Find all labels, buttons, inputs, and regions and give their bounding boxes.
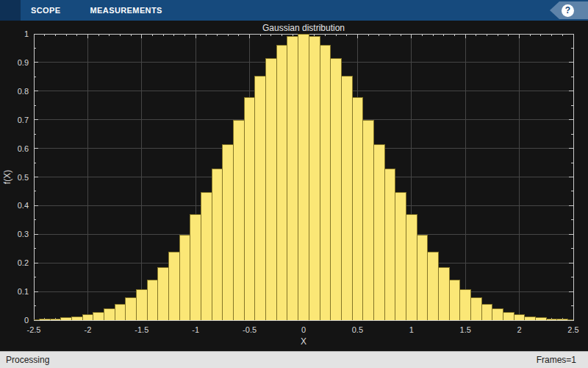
svg-text:0.9: 0.9 bbox=[18, 58, 29, 67]
bar bbox=[255, 77, 266, 320]
bar bbox=[406, 215, 417, 320]
bar bbox=[223, 145, 234, 320]
bar bbox=[212, 169, 223, 320]
bar bbox=[201, 193, 212, 320]
bar bbox=[341, 77, 352, 320]
bar bbox=[234, 121, 245, 320]
scope-window: SCOPE MEASUREMENTS ? Gaussian distributi… bbox=[0, 0, 588, 368]
status-frames: Frames=1 bbox=[537, 355, 576, 365]
bar bbox=[158, 267, 169, 320]
svg-text:0: 0 bbox=[24, 316, 29, 325]
y-axis-label: f(X) bbox=[2, 170, 12, 184]
bar bbox=[115, 304, 126, 320]
bar bbox=[373, 145, 384, 320]
bar bbox=[244, 97, 255, 320]
bar bbox=[169, 252, 180, 320]
bar bbox=[546, 319, 557, 320]
bar bbox=[309, 37, 320, 320]
bar bbox=[82, 315, 93, 320]
tab-scope[interactable]: SCOPE bbox=[21, 0, 71, 21]
svg-text:0.7: 0.7 bbox=[18, 116, 29, 124]
svg-text:0.4: 0.4 bbox=[18, 201, 29, 210]
bar bbox=[557, 319, 568, 320]
svg-text:0.5: 0.5 bbox=[18, 173, 29, 182]
chart-title: Gaussian distribution bbox=[262, 23, 345, 33]
svg-text:2: 2 bbox=[517, 325, 522, 334]
svg-text:0.6: 0.6 bbox=[18, 144, 29, 153]
svg-text:0.2: 0.2 bbox=[18, 258, 29, 267]
tab-measurements[interactable]: MEASUREMENTS bbox=[80, 0, 173, 21]
bar bbox=[276, 45, 287, 320]
bar bbox=[460, 290, 471, 320]
bar bbox=[384, 169, 395, 320]
bar bbox=[525, 316, 536, 320]
bar bbox=[449, 280, 460, 320]
bar bbox=[71, 316, 82, 320]
plot-region: Gaussian distribution-2.5-2-1.5-1-0.500.… bbox=[0, 21, 588, 351]
bar bbox=[352, 97, 363, 320]
help-icon[interactable]: ? bbox=[562, 4, 574, 17]
bar bbox=[417, 235, 428, 320]
svg-text:0.3: 0.3 bbox=[18, 230, 29, 238]
bar bbox=[147, 280, 158, 320]
bar bbox=[190, 215, 201, 320]
bar bbox=[320, 45, 331, 320]
bar bbox=[481, 304, 492, 320]
bar bbox=[93, 312, 104, 320]
chart-svg: Gaussian distribution-2.5-2-1.5-1-0.500.… bbox=[0, 21, 588, 351]
bar bbox=[287, 37, 298, 320]
bar bbox=[50, 319, 61, 320]
bar bbox=[331, 58, 342, 320]
svg-text:0.1: 0.1 bbox=[18, 287, 29, 296]
bar bbox=[179, 235, 190, 320]
bar bbox=[492, 309, 503, 320]
bar bbox=[536, 318, 547, 320]
status-bar: Processing Frames=1 bbox=[0, 351, 588, 368]
toolbar: SCOPE MEASUREMENTS ? bbox=[0, 0, 588, 21]
svg-text:-0.5: -0.5 bbox=[243, 325, 257, 334]
svg-text:0.5: 0.5 bbox=[352, 325, 363, 334]
bar bbox=[395, 193, 406, 320]
bar bbox=[514, 315, 525, 320]
bar bbox=[39, 319, 50, 320]
bar bbox=[126, 298, 137, 320]
svg-text:2.5: 2.5 bbox=[567, 325, 578, 334]
bar bbox=[471, 298, 482, 320]
bar bbox=[363, 121, 374, 320]
svg-text:0.8: 0.8 bbox=[18, 87, 29, 96]
x-axis-label: X bbox=[301, 336, 306, 347]
svg-text:-1.5: -1.5 bbox=[135, 325, 148, 334]
help-button[interactable]: ? bbox=[550, 1, 588, 19]
bar bbox=[298, 34, 309, 320]
status-processing: Processing bbox=[6, 355, 49, 365]
svg-text:1: 1 bbox=[24, 29, 29, 38]
svg-text:-1: -1 bbox=[192, 325, 199, 334]
bar bbox=[439, 267, 450, 320]
svg-text:1: 1 bbox=[409, 325, 414, 334]
svg-text:-2: -2 bbox=[85, 325, 92, 334]
svg-text:1.5: 1.5 bbox=[460, 325, 471, 334]
bar bbox=[136, 290, 147, 320]
bar bbox=[104, 309, 115, 320]
bar bbox=[503, 312, 514, 320]
bar bbox=[266, 58, 277, 320]
svg-text:-2.5: -2.5 bbox=[27, 325, 41, 334]
svg-text:0: 0 bbox=[301, 325, 306, 334]
toolbar-corner bbox=[0, 0, 21, 21]
bar bbox=[61, 318, 72, 320]
bar bbox=[428, 252, 439, 320]
